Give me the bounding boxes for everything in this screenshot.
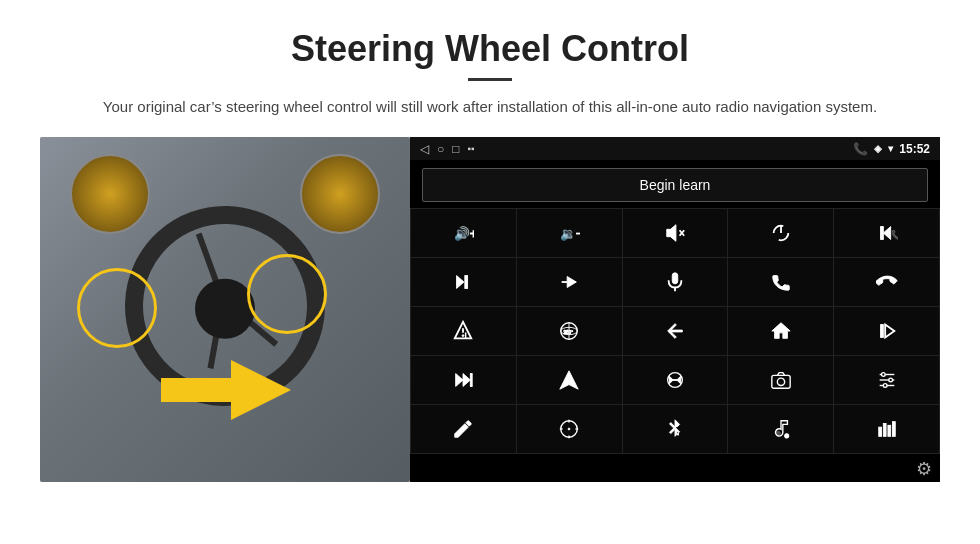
- status-right-icons: 📞 ◈ ▾ 15:52: [853, 142, 930, 156]
- svg-marker-10: [457, 276, 464, 289]
- wifi-icon: ▾: [888, 143, 893, 154]
- gauge-right: [300, 154, 380, 234]
- svg-point-34: [777, 378, 784, 385]
- ctrl-mute[interactable]: [623, 209, 728, 257]
- ctrl-target[interactable]: [517, 405, 622, 453]
- svg-text:360°: 360°: [564, 330, 574, 335]
- ctrl-eq[interactable]: [623, 356, 728, 404]
- status-bar: ◁ ○ □ ▪▪ 📞 ◈ ▾ 15:52: [410, 137, 940, 160]
- ctrl-eq-bars[interactable]: [834, 405, 939, 453]
- ctrl-navigate[interactable]: [517, 356, 622, 404]
- svg-marker-25: [456, 374, 463, 387]
- svg-marker-24: [885, 325, 894, 338]
- ctrl-fast-fwd[interactable]: [517, 258, 622, 306]
- car-image: [40, 137, 410, 482]
- svg-point-38: [881, 373, 885, 377]
- signal-icon: ▪▪: [468, 143, 475, 154]
- svg-rect-51: [888, 425, 891, 436]
- ctrl-phone[interactable]: [728, 258, 833, 306]
- steering-wheel-center: [195, 278, 255, 338]
- ctrl-edit[interactable]: [411, 405, 516, 453]
- steering-bg: [40, 137, 410, 482]
- svg-rect-49: [878, 427, 881, 436]
- svg-marker-32: [677, 376, 681, 383]
- controls-grid: 🔊+ 🔉−: [410, 208, 940, 454]
- ctrl-vol-down[interactable]: 🔉−: [517, 209, 622, 257]
- svg-point-39: [888, 378, 892, 382]
- ctrl-home[interactable]: [728, 307, 833, 355]
- gear-settings-icon[interactable]: ⚙: [916, 458, 932, 478]
- phone-status-icon: 📞: [853, 142, 868, 156]
- svg-point-40: [883, 384, 887, 388]
- svg-marker-31: [669, 376, 673, 383]
- svg-text:🔉−: 🔉−: [560, 226, 580, 242]
- yellow-arrow-container: [151, 360, 291, 420]
- back-arrow-icon: ◁: [420, 142, 429, 156]
- arrow-body: [161, 378, 241, 402]
- svg-rect-50: [883, 424, 886, 437]
- ctrl-vol-up[interactable]: 🔊+: [411, 209, 516, 257]
- svg-text:!: !: [465, 332, 467, 339]
- ctrl-bluetooth[interactable]: [623, 405, 728, 453]
- begin-learn-row: Begin learn: [410, 160, 940, 208]
- title-section: Steering Wheel Control Your original car…: [40, 28, 940, 119]
- svg-rect-33: [772, 375, 790, 388]
- time-display: 15:52: [899, 142, 930, 156]
- svg-marker-13: [567, 277, 576, 288]
- ctrl-settings-sliders[interactable]: [834, 356, 939, 404]
- content-area: ◁ ○ □ ▪▪ 📞 ◈ ▾ 15:52 Begin learn: [40, 137, 940, 482]
- svg-rect-14: [672, 273, 678, 284]
- ctrl-prev-track[interactable]: 📞: [834, 209, 939, 257]
- ctrl-mic[interactable]: [623, 258, 728, 306]
- highlight-circle-right: [247, 254, 327, 334]
- svg-point-47: [776, 431, 781, 436]
- page-subtitle: Your original car’s steering wheel contr…: [100, 95, 880, 119]
- gauge-left: [70, 154, 150, 234]
- ctrl-skip-prev2[interactable]: [834, 307, 939, 355]
- title-divider: [468, 78, 512, 81]
- svg-marker-2: [667, 225, 676, 242]
- highlight-circle-left: [77, 268, 157, 348]
- svg-marker-7: [883, 227, 890, 240]
- ctrl-360[interactable]: 360°: [517, 307, 622, 355]
- page-title: Steering Wheel Control: [40, 28, 940, 70]
- svg-point-42: [568, 428, 570, 430]
- svg-point-17: [462, 335, 464, 337]
- ctrl-camera[interactable]: [728, 356, 833, 404]
- svg-text:🔊+: 🔊+: [454, 226, 474, 242]
- ctrl-music[interactable]: ⚙: [728, 405, 833, 453]
- svg-text:⚙: ⚙: [784, 432, 789, 439]
- svg-rect-11: [465, 276, 468, 289]
- android-screen: ◁ ○ □ ▪▪ 📞 ◈ ▾ 15:52 Begin learn: [410, 137, 940, 482]
- page-container: Steering Wheel Control Your original car…: [0, 0, 980, 502]
- svg-rect-27: [471, 374, 473, 387]
- svg-text:📞: 📞: [890, 229, 897, 241]
- svg-marker-26: [463, 374, 470, 387]
- ctrl-alert[interactable]: !: [411, 307, 516, 355]
- arrow-head: [231, 360, 291, 420]
- status-nav-icons: ◁ ○ □ ▪▪: [420, 142, 475, 156]
- ctrl-power[interactable]: [728, 209, 833, 257]
- ctrl-back[interactable]: [623, 307, 728, 355]
- ctrl-hang-up[interactable]: [834, 258, 939, 306]
- svg-rect-52: [892, 422, 895, 437]
- settings-row: ⚙: [410, 454, 940, 482]
- begin-learn-button[interactable]: Begin learn: [422, 168, 928, 202]
- location-icon: ◈: [874, 143, 882, 154]
- ctrl-skip-next[interactable]: [411, 258, 516, 306]
- svg-marker-28: [560, 371, 578, 389]
- square-icon: □: [452, 142, 459, 156]
- svg-rect-23: [880, 325, 883, 338]
- circle-icon: ○: [437, 142, 444, 156]
- svg-rect-8: [880, 227, 883, 240]
- ctrl-ff2[interactable]: [411, 356, 516, 404]
